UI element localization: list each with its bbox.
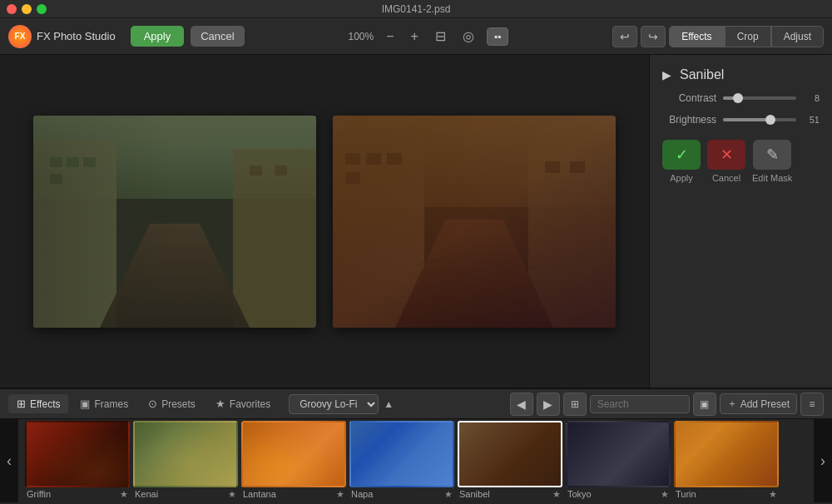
film-thumb-kenai	[133, 421, 238, 487]
tab-presets-label: Presets	[161, 398, 196, 410]
svg-rect-26	[345, 172, 360, 184]
film-item-tokyo[interactable]: Tokyo ★	[566, 421, 671, 502]
filmstrip-prev[interactable]: ‹	[0, 419, 18, 502]
film-star-turin[interactable]: ★	[769, 489, 777, 500]
film-star-sanibel[interactable]: ★	[552, 489, 561, 500]
cancel-btn-label: Cancel	[712, 173, 740, 183]
minimize-button[interactable]	[22, 4, 32, 14]
single-view-button[interactable]: ▣	[693, 393, 716, 416]
thumb-overlay	[135, 422, 236, 486]
film-footer-lantana: Lantana ★	[241, 487, 346, 502]
svg-rect-6	[50, 157, 62, 167]
grid-view-button[interactable]: ⊞	[563, 393, 587, 416]
svg-rect-2	[33, 141, 116, 328]
cancel-button[interactable]: Cancel	[191, 26, 244, 47]
dual-view-button[interactable]: ▪▪	[487, 27, 509, 46]
favorites-icon: ★	[215, 398, 225, 410]
apply-button[interactable]: Apply	[131, 26, 185, 47]
prev-page-button[interactable]: ◀	[510, 393, 533, 416]
app-name: FX Photo Studio	[37, 30, 116, 42]
effect-cancel-button[interactable]: ✕ Cancel	[707, 140, 745, 183]
effects-tab[interactable]: Effects	[669, 26, 724, 47]
next-page-button[interactable]: ▶	[537, 393, 560, 416]
contrast-slider[interactable]	[723, 96, 796, 100]
contrast-thumb[interactable]	[733, 93, 743, 103]
film-label-turin: Turin	[676, 489, 696, 499]
apply-btn-label: Apply	[670, 173, 693, 183]
bottom-panel: ⊞ Effects ▣ Frames ⊙ Presets ★ Favorites…	[0, 388, 832, 504]
film-item-lantana[interactable]: Lantana ★	[241, 421, 346, 502]
svg-marker-18	[395, 220, 553, 328]
brightness-value: 51	[803, 115, 820, 125]
film-item-turin[interactable]: Turin ★	[674, 421, 779, 502]
redo-button[interactable]: ↪	[641, 26, 666, 47]
title-bar: IMG0141-2.psd	[0, 0, 832, 18]
svg-line-22	[499, 261, 537, 269]
brightness-slider[interactable]	[723, 118, 796, 121]
zoom-in-button[interactable]: +	[407, 27, 423, 47]
tab-favorites[interactable]: ★ Favorites	[207, 394, 279, 413]
film-items: Griffin ★ Kenai ★ Lantan	[3, 421, 829, 502]
svg-rect-3	[33, 141, 116, 328]
edit-mask-button[interactable]: ✎ Edit Mask	[752, 140, 792, 183]
filmstrip-next[interactable]: ›	[814, 419, 832, 502]
tab-effects[interactable]: ⊞ Effects	[8, 394, 68, 413]
film-label-napa: Napa	[351, 489, 373, 499]
film-label-tokyo: Tokyo	[567, 489, 592, 499]
film-item-kenai[interactable]: Kenai ★	[133, 421, 238, 502]
add-icon: ＋	[727, 397, 737, 411]
add-preset-button[interactable]: ＋ Add Preset	[720, 393, 797, 414]
brightness-fill	[723, 118, 770, 121]
film-footer-kenai: Kenai ★	[133, 487, 238, 502]
svg-rect-25	[387, 153, 402, 165]
svg-rect-9	[50, 174, 62, 184]
film-thumb-tokyo	[566, 421, 671, 487]
original-photo-frame	[33, 116, 316, 328]
search-input[interactable]	[590, 395, 690, 413]
adjust-tab[interactable]: Adjust	[771, 26, 824, 47]
film-item-sanibel[interactable]: Sanibel ★	[458, 421, 562, 502]
svg-rect-24	[366, 153, 381, 165]
list-options-button[interactable]: ≡	[800, 393, 824, 416]
main-content: ▶ Sanibel Contrast 8 Brightness 51 ✓ App…	[0, 55, 832, 388]
film-thumb-lantana	[241, 421, 346, 487]
film-star-lantana[interactable]: ★	[336, 489, 344, 500]
film-footer-turin: Turin ★	[674, 487, 779, 502]
svg-rect-12	[33, 116, 316, 328]
main-toolbar: FX FX Photo Studio Apply Cancel 100% − +…	[0, 18, 832, 55]
brightness-thumb[interactable]	[765, 115, 775, 125]
film-star-griffin[interactable]: ★	[120, 489, 128, 500]
film-item-napa[interactable]: Napa ★	[349, 421, 454, 502]
film-star-tokyo[interactable]: ★	[661, 489, 669, 500]
traffic-lights	[7, 4, 47, 14]
fit-view-button[interactable]: ⊟	[431, 26, 450, 47]
svg-rect-11	[275, 166, 287, 175]
film-label-kenai: Kenai	[135, 489, 158, 499]
window-title: IMG0141-2.psd	[382, 3, 451, 15]
effect-apply-button[interactable]: ✓ Apply	[662, 140, 701, 183]
maximize-button[interactable]	[37, 4, 47, 14]
svg-rect-13	[333, 116, 616, 328]
thumb-overlay	[243, 422, 344, 486]
close-button[interactable]	[7, 4, 17, 14]
zoom-out-button[interactable]: −	[382, 27, 398, 47]
edit-mask-label: Edit Mask	[752, 173, 792, 183]
svg-rect-8	[83, 157, 96, 167]
svg-rect-7	[67, 157, 79, 167]
tab-frames[interactable]: ▣ Frames	[72, 394, 136, 413]
film-thumb-turin	[674, 421, 779, 487]
svg-rect-29	[333, 116, 616, 328]
film-star-kenai[interactable]: ★	[228, 489, 236, 500]
preset-selector[interactable]: Groovy Lo-Fi	[289, 394, 379, 414]
eye-button[interactable]: ◎	[458, 26, 478, 47]
photo-area	[0, 55, 649, 388]
tab-presets[interactable]: ⊙ Presets	[140, 394, 204, 413]
thumb-overlay	[351, 422, 453, 486]
film-star-napa[interactable]: ★	[444, 489, 453, 500]
film-item-griffin[interactable]: Griffin ★	[25, 421, 130, 502]
crop-tab[interactable]: Crop	[725, 26, 771, 47]
undo-button[interactable]: ↩	[612, 26, 637, 47]
cancel-icon: ✕	[707, 140, 745, 170]
svg-rect-31	[333, 116, 616, 328]
tab-favorites-label: Favorites	[230, 398, 270, 410]
